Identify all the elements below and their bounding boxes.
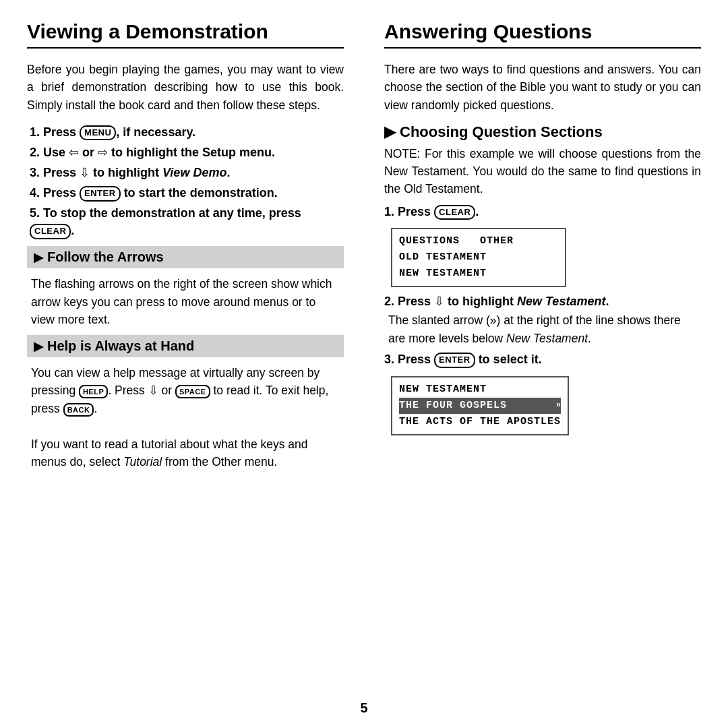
choosing-sections-label: Choosing Question Sections bbox=[400, 123, 603, 141]
help-body3: or bbox=[158, 384, 175, 397]
left-steps-list: 1. Press MENU, if necessary. 2. Use ⇦ or… bbox=[27, 123, 344, 240]
right-title: Answering Questions bbox=[384, 20, 701, 43]
lcd-screen1: QUESTIONS OTHER OLD TESTAMENT NEW TESTAM… bbox=[391, 228, 566, 287]
step2-body2: . bbox=[588, 332, 591, 345]
lcd-row: THE FOUR GOSPELS » bbox=[399, 398, 561, 414]
help-hand-header: ▶ Help is Always at Hand bbox=[27, 335, 344, 357]
right-step2: 2. Press ⇩ to highlight New Testament. T… bbox=[384, 294, 701, 347]
lcd-row: QUESTIONS OTHER bbox=[399, 233, 558, 249]
space-key: SPACE bbox=[175, 385, 210, 398]
lcd-row: OLD TESTAMENT bbox=[399, 249, 558, 266]
clear-key2: CLEAR bbox=[434, 205, 475, 220]
menu-key: MENU bbox=[80, 125, 116, 141]
lcd-row: NEW TESTAMENT bbox=[399, 266, 558, 282]
list-item: 4. Press ENTER to start the demonstratio… bbox=[27, 184, 344, 202]
down-arrow2: ⇩ bbox=[148, 384, 158, 397]
follow-arrows-label: Follow the Arrows bbox=[47, 249, 164, 265]
help-hand-label: Help is Always at Hand bbox=[47, 338, 194, 354]
triangle-icon2: ▶ bbox=[34, 339, 43, 354]
lcd-arrow: » bbox=[556, 399, 561, 412]
lcd-cell: NEW TESTAMENT bbox=[399, 382, 561, 398]
lcd-cell: THE FOUR GOSPELS bbox=[399, 398, 553, 414]
lcd-cell: NEW TESTAMENT bbox=[399, 266, 558, 282]
triangle-icon: ▶ bbox=[34, 250, 43, 265]
new-testament-italic: New Testament bbox=[506, 332, 588, 345]
help-body7: from the Other menu. bbox=[162, 455, 277, 468]
list-item: 1. Press MENU, if necessary. bbox=[27, 123, 344, 141]
lcd-row: NEW TESTAMENT bbox=[399, 382, 561, 398]
lcd-screen2: NEW TESTAMENT THE FOUR GOSPELS » THE ACT… bbox=[391, 376, 569, 435]
left-title: Viewing a Demonstration bbox=[27, 20, 344, 43]
choosing-note: NOTE: For this example we will choose qu… bbox=[384, 145, 701, 198]
right-step1: 1. Press CLEAR. QUESTIONS OTHER OLD TEST… bbox=[384, 205, 701, 295]
follow-arrows-header: ▶ Follow the Arrows bbox=[27, 246, 344, 268]
list-item: 3. Press ⇩ to highlight View Demo. bbox=[27, 164, 344, 181]
help-hand-body: You can view a help message at virtually… bbox=[27, 364, 344, 471]
lcd-cell: OLD TESTAMENT bbox=[399, 249, 551, 266]
left-divider bbox=[27, 47, 344, 49]
right-step3: 3. Press ENTER to select it. NEW TESTAME… bbox=[384, 353, 701, 442]
lcd-cell: THE ACTS OF THE APOSTLES bbox=[399, 414, 561, 430]
clear-key: CLEAR bbox=[30, 224, 71, 239]
enter-key: ENTER bbox=[80, 186, 121, 202]
left-intro: Before you begin playing the games, you … bbox=[27, 61, 344, 114]
back-key: BACK bbox=[63, 403, 94, 417]
choosing-sections-header: ▶ Choosing Question Sections bbox=[384, 123, 701, 141]
list-item: 5. To stop the demonstration at any time… bbox=[27, 204, 344, 239]
help-body2: . Press bbox=[108, 384, 148, 397]
follow-arrows-body: The flashing arrows on the right of the … bbox=[27, 275, 344, 328]
help-body5: . bbox=[94, 402, 97, 415]
enter-key2: ENTER bbox=[434, 353, 475, 368]
list-item: 2. Use ⇦ or ⇨ to highlight the Setup men… bbox=[27, 144, 344, 161]
page-number: 5 bbox=[360, 700, 367, 716]
lcd-arrow bbox=[553, 251, 558, 264]
help-key: HELP bbox=[79, 385, 108, 398]
right-divider bbox=[384, 47, 701, 49]
right-intro: There are two ways to find questions and… bbox=[384, 61, 701, 114]
lcd-row: THE ACTS OF THE APOSTLES bbox=[399, 414, 561, 430]
triangle-icon3: ▶ bbox=[384, 123, 396, 141]
tutorial-italic: Tutorial bbox=[123, 455, 162, 468]
lcd-cell: QUESTIONS OTHER bbox=[399, 233, 558, 249]
